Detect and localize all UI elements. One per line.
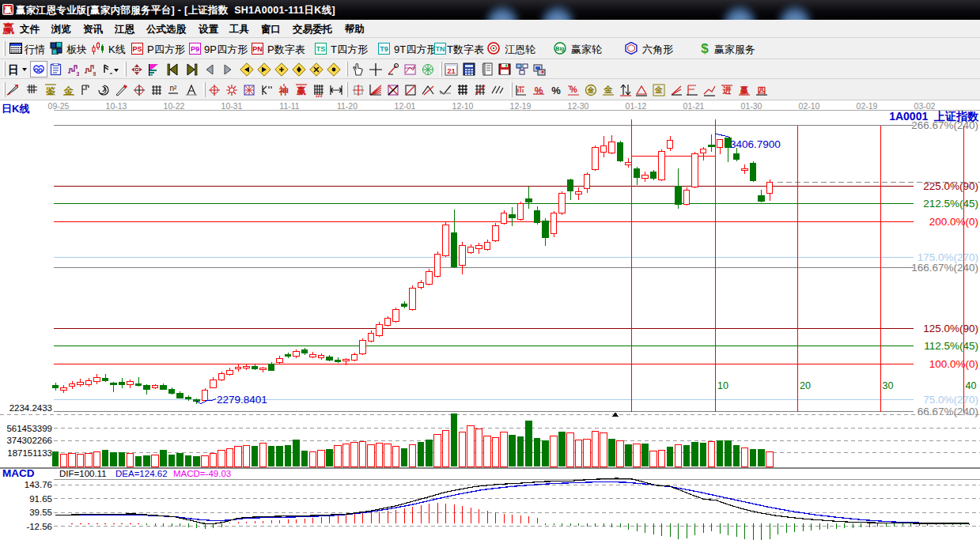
svg-text:10-13: 10-13 xyxy=(106,101,127,111)
svg-text:3406.7900: 3406.7900 xyxy=(730,138,781,150)
svg-text:561453399: 561453399 xyxy=(6,424,52,433)
svg-text:11-11: 11-11 xyxy=(279,101,299,111)
svg-text:66.67%(240): 66.67%(240) xyxy=(918,406,978,417)
svg-text:20: 20 xyxy=(800,380,811,391)
svg-text:143.76: 143.76 xyxy=(25,480,52,489)
svg-text:374302266: 374302266 xyxy=(6,436,52,445)
svg-text:MACD=-49.03: MACD=-49.03 xyxy=(173,469,231,478)
svg-text:9: 9 xyxy=(93,70,96,77)
svg-text:01-30: 01-30 xyxy=(741,101,762,111)
svg-text:%: % xyxy=(535,85,543,96)
svg-text:n²: n² xyxy=(170,84,178,93)
svg-text:21: 21 xyxy=(447,66,456,75)
svg-text:12-30: 12-30 xyxy=(568,101,589,111)
svg-text:2279.8401: 2279.8401 xyxy=(217,394,267,406)
svg-text:Big: Big xyxy=(555,46,564,52)
svg-text:39.55: 39.55 xyxy=(29,508,52,517)
svg-text:PS: PS xyxy=(132,45,142,53)
svg-text:10-22: 10-22 xyxy=(164,101,185,111)
svg-text:09-25: 09-25 xyxy=(48,101,70,111)
svg-text:金: 金 xyxy=(604,85,614,94)
svg-text:200.0%(0): 200.0%(0) xyxy=(929,216,978,228)
svg-text:212.5%(45): 212.5%(45) xyxy=(923,198,978,210)
svg-text:金: 金 xyxy=(587,86,596,94)
svg-text:日: 日 xyxy=(8,63,19,76)
svg-text:PN: PN xyxy=(252,45,263,53)
svg-text:12-10: 12-10 xyxy=(452,101,474,111)
svg-text:赢: 赢 xyxy=(740,85,749,95)
svg-text:T9: T9 xyxy=(380,45,388,53)
svg-text:10-31: 10-31 xyxy=(221,101,243,111)
svg-text:10: 10 xyxy=(717,380,728,391)
svg-text:MACD: MACD xyxy=(2,467,35,479)
svg-text:TS: TS xyxy=(316,45,326,53)
svg-text:02-19: 02-19 xyxy=(857,101,878,111)
svg-text:-12.56: -12.56 xyxy=(26,522,52,531)
svg-text:神: 神 xyxy=(278,85,289,96)
svg-text:01-12: 01-12 xyxy=(626,101,647,111)
svg-text:日K线: 日K线 xyxy=(2,103,29,115)
svg-text:DEA=124.62: DEA=124.62 xyxy=(115,469,168,478)
svg-text:鉴: 鉴 xyxy=(46,85,55,96)
svg-text:91.65: 91.65 xyxy=(29,494,52,504)
svg-text:100.0%(0): 100.0%(0) xyxy=(929,358,978,370)
svg-text:赢: 赢 xyxy=(3,6,12,14)
svg-text:赢: 赢 xyxy=(296,85,306,96)
svg-text:02-10: 02-10 xyxy=(799,101,820,111)
svg-text:3: 3 xyxy=(77,70,80,77)
svg-text:金: 金 xyxy=(654,85,663,94)
svg-text:11-20: 11-20 xyxy=(337,101,358,111)
svg-text:2234.2433: 2234.2433 xyxy=(9,403,52,413)
svg-text:12-19: 12-19 xyxy=(510,101,532,111)
svg-text:12-01: 12-01 xyxy=(395,101,416,111)
svg-text:30: 30 xyxy=(883,380,894,391)
svg-text:四: 四 xyxy=(758,85,766,95)
svg-text:40: 40 xyxy=(966,380,977,391)
svg-text:123: 123 xyxy=(316,93,323,97)
svg-text:112.5%(45): 112.5%(45) xyxy=(924,340,978,352)
svg-text:$: $ xyxy=(701,41,709,55)
svg-text:03-02: 03-02 xyxy=(914,101,936,111)
svg-text:266.67%(240): 266.67%(240) xyxy=(911,119,978,131)
svg-text:TN: TN xyxy=(436,45,445,53)
svg-text:%: % xyxy=(551,85,561,96)
svg-text:125.0%(90): 125.0%(90) xyxy=(923,323,978,334)
svg-text:166.67%(240): 166.67%(240) xyxy=(911,262,978,274)
svg-text:75.0%(270): 75.0%(270) xyxy=(923,394,978,406)
svg-text:01-21: 01-21 xyxy=(683,101,705,111)
svg-text:进: 进 xyxy=(722,85,732,95)
svg-text:DIF=100.11: DIF=100.11 xyxy=(59,469,107,478)
svg-text:P9: P9 xyxy=(191,45,199,53)
svg-text:187151133: 187151133 xyxy=(7,448,52,458)
